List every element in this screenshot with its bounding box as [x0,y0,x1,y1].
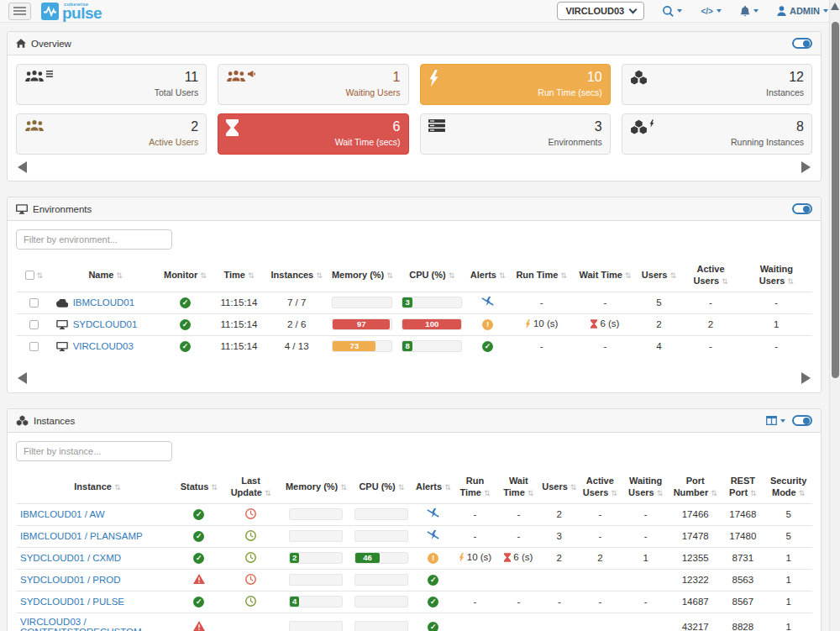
col-alerts[interactable]: Alerts⇅ [466,260,510,292]
environment-row: SYDCLOUD01 ✓ 11:15:14 2 / 6 97 100 ! 10 … [16,313,812,335]
carousel-prev-arrow[interactable] [18,372,27,384]
col-users[interactable]: Users⇅ [540,471,578,503]
col-status[interactable]: Status⇅ [179,471,219,503]
select-all-header[interactable]: ⇅ [16,260,52,292]
col-active-users[interactable]: Active Users⇅ [680,260,740,292]
memory-bar [332,297,392,308]
columns-icon [766,416,777,425]
cpu-bar: 46 [354,552,408,564]
row-checkbox[interactable] [29,320,39,329]
memory-bar [289,621,343,631]
col-time[interactable]: Time⇅ [211,260,266,292]
instance-link[interactable]: IBMCLOUD01 / AW [20,509,105,519]
card-active-users[interactable]: 2 Active Users [16,113,207,155]
col-monitor[interactable]: Monitor⇅ [160,260,212,292]
cpu-bar: 100 [402,318,462,330]
col-run-time[interactable]: Run Time⇅ [454,471,497,503]
users-icon [24,119,45,149]
instance-row: SYDCLOUD01 / PROD ✓ 12322 [16,569,812,591]
vertical-scrollbar[interactable] [829,0,840,631]
col-wait-time[interactable]: Wait Time⇅ [574,260,638,292]
card-environments[interactable]: 3 Environments [420,113,611,155]
notifications-menu[interactable] [740,6,759,17]
overview-collapse-toggle[interactable] [792,38,812,49]
col-users[interactable]: Users⇅ [637,260,680,292]
carousel-next-arrow[interactable] [801,161,811,173]
servers-icon [428,119,445,149]
instance-filter-input[interactable] [16,441,172,461]
scrollbar-up-arrow[interactable] [831,3,839,10]
card-label: Run Time (secs) [538,87,601,97]
col-name[interactable]: Name⇅ [52,260,160,292]
carousel-prev-arrow[interactable] [18,161,27,173]
environment-select[interactable]: VIRCLOUD03 [557,2,644,20]
card-total-users[interactable]: 11 Total Users [16,64,207,105]
col-port-number[interactable]: Port Number⇅ [669,471,721,503]
search-icon [663,6,674,17]
ok-circle-icon: ✓ [482,341,493,352]
col-rest-port[interactable]: REST Port⇅ [721,471,764,503]
memory-bar: 73 [332,340,392,352]
instance-link[interactable]: IBMCLOUD01 / PLANSAMP [20,531,143,541]
cpu-bar [354,621,408,631]
row-checkbox[interactable] [29,298,39,308]
environment-link[interactable]: IBMCLOUD01 [73,297,135,308]
col-wait-time[interactable]: Wait Time⇅ [496,471,540,503]
col-security-mode[interactable]: Security Mode⇅ [764,471,812,503]
card-value: 3 [549,119,602,134]
card-waiting-users[interactable]: 1 Waiting Users [218,64,408,105]
card-label: Wait Time (secs) [335,137,401,147]
scrollbar-thumb[interactable] [832,22,839,378]
users-waiting-icon [226,70,255,99]
cpu-bar: 3 [402,297,462,308]
instance-link[interactable]: SYDCLOUD01 / PROD [20,575,121,585]
card-run-time[interactable]: 10 Run Time (secs) [420,64,611,105]
column-picker-button[interactable] [766,416,785,425]
environments-collapse-toggle[interactable] [792,203,812,214]
col-alerts[interactable]: Alerts⇅ [413,471,453,503]
col-instance[interactable]: Instance⇅ [16,471,179,503]
instance-link[interactable]: SYDCLOUD01 / CXMD [20,553,121,563]
col-active-users[interactable]: Active Users⇅ [578,471,622,503]
desktop-icon [56,320,68,329]
card-label: Environments [549,137,602,147]
environment-link[interactable]: SYDCLOUD01 [73,319,138,329]
col-last-update[interactable]: Last Update⇅ [219,471,282,503]
environment-link[interactable]: VIRCLOUD03 [73,341,134,351]
cpu-bar [354,596,408,607]
carousel-next-arrow[interactable] [801,372,811,384]
col-cpu[interactable]: CPU (%)⇅ [398,260,466,292]
card-wait-time[interactable]: 6 Wait Time (secs) [218,113,408,155]
instances-panel-title: Instances [34,416,75,426]
monitor-ok-icon: ✓ [180,341,191,352]
col-memory[interactable]: Memory (%)⇅ [282,471,349,503]
app-logo[interactable]: cubewise pulse [41,3,102,20]
select-all-checkbox[interactable] [25,271,34,280]
pulse-dashboard: cubewise pulse VIRCLOUD03 </> [0,0,840,631]
cubes-bolt-icon [630,119,654,149]
col-memory[interactable]: Memory (%)⇅ [327,260,398,292]
code-menu[interactable]: </> [701,7,721,16]
hamburger-menu-button[interactable] [8,3,31,20]
search-menu[interactable] [663,6,682,17]
memory-bar: 2 [289,552,343,564]
environment-row: VIRCLOUD03 ✓ 11:15:14 4 / 13 73 8 ✓ - - … [16,335,812,357]
row-checkbox[interactable] [29,342,39,351]
card-label: Waiting Users [346,87,401,97]
environments-table: ⇅ Name⇅ Monitor⇅ Time⇅ Instances⇅ Memory… [16,260,812,357]
ok-circle-icon: ✓ [428,575,438,586]
col-cpu[interactable]: CPU (%)⇅ [350,471,414,503]
col-waiting-users[interactable]: Waiting Users⇅ [622,471,669,503]
instance-link[interactable]: VIRCLOUD03 / CONTENTSTORECUSTOM [20,617,155,631]
card-instances[interactable]: 12 Instances [622,64,812,105]
col-waiting-users[interactable]: Waiting Users⇅ [741,260,812,292]
instance-link[interactable]: SYDCLOUD01 / PULSE [20,597,124,607]
card-running-instances[interactable]: 8 Running Instances [622,113,812,155]
memory-bar: 4 [289,596,343,607]
col-instances[interactable]: Instances⇅ [267,260,327,292]
col-run-time[interactable]: Run Time⇅ [510,260,574,292]
status-ok-icon: ✓ [193,531,204,542]
admin-menu[interactable]: ADMIN [777,6,828,16]
environment-filter-input[interactable] [16,229,172,250]
instances-collapse-toggle[interactable] [792,415,812,426]
